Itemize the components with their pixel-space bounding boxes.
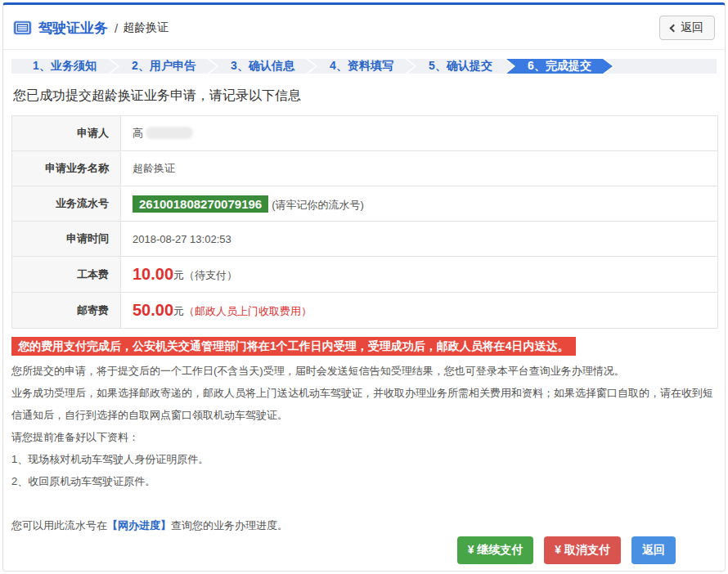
header-back-button[interactable]: 返回: [659, 16, 715, 40]
page-container: 驾驶证业务 / 超龄换证 返回 1、业务须知 2、用户申告 3、确认信息 4、资…: [2, 2, 726, 572]
production-fee-unit: 元: [173, 269, 184, 281]
table-row-postage-fee: 邮寄费 50.00元（邮政人员上门收取费用）: [12, 293, 718, 329]
notice-paragraph: 您所提交的申请，将于提交后的一个工作日(不含当天)受理，届时会发送短信告知受理结…: [11, 360, 717, 382]
applicant-value: 高: [133, 127, 143, 139]
license-business-icon: [13, 20, 32, 35]
success-message: 您已成功提交超龄换证业务申请，请记录以下信息: [13, 87, 715, 105]
table-row-apply-time: 申请时间 2018-08-27 13:02:53: [12, 222, 718, 257]
production-fee-cell: 10.00元（待支付）: [121, 257, 718, 293]
step-4-fill-materials: 4、资料填写: [308, 59, 415, 74]
progress-line-suffix: 查询您的业务办理进度。: [171, 519, 288, 531]
step-6-complete-submit: 6、完成提交: [506, 59, 613, 74]
cancel-payment-button[interactable]: ¥ 取消支付: [544, 536, 621, 564]
table-row-production-fee: 工本费 10.00元（待支付）: [12, 257, 718, 293]
table-row-serial: 业务流水号 261001808270079196(请牢记你的流水号): [12, 186, 718, 222]
applicant-value-cell: 高: [121, 116, 718, 151]
apply-time-label: 申请时间: [12, 222, 121, 257]
business-name-value: 超龄换证: [121, 151, 718, 186]
step-1-business-notice: 1、业务须知: [11, 59, 118, 74]
online-progress-link[interactable]: 【网办进度】: [107, 519, 171, 531]
postage-fee-unit: 元: [173, 305, 184, 317]
serial-label: 业务流水号: [12, 186, 121, 222]
applicant-label: 申请人: [12, 116, 121, 151]
production-fee-label: 工本费: [12, 257, 121, 293]
production-fee-amount: 10.00: [133, 265, 173, 283]
payment-warning-banner: 您的费用支付完成后，公安机关交通管理部门将在1个工作日内受理，受理成功后，邮政人…: [11, 337, 576, 356]
serial-number-badge: 261001808270079196: [133, 195, 268, 213]
breadcrumb-current: 超龄换证: [123, 20, 169, 35]
step-3-confirm-info: 3、确认信息: [209, 59, 316, 74]
table-row-business-name: 申请业务名称 超龄换证: [12, 151, 718, 186]
step-2-user-declaration: 2、用户申告: [110, 59, 217, 74]
step-bar-tail: [605, 59, 717, 74]
footer-back-button[interactable]: 返回: [631, 536, 676, 564]
table-row-applicant: 申请人 高: [12, 116, 718, 151]
continue-payment-button[interactable]: ¥ 继续支付: [457, 536, 534, 564]
business-name-label: 申请业务名称: [12, 151, 121, 186]
postage-fee-note: （邮政人员上门收取费用）: [184, 305, 312, 317]
step-5-confirm-submit: 5、确认提交: [407, 59, 514, 74]
application-info-table: 申请人 高 申请业务名称 超龄换证 业务流水号 2610018082700791…: [11, 115, 718, 329]
postage-fee-label: 邮寄费: [12, 293, 121, 329]
postage-fee-cell: 50.00元（邮政人员上门收取费用）: [121, 293, 718, 329]
footer-actions: ¥ 继续支付 ¥ 取消支付 返回: [3, 536, 725, 572]
header-back-label: 返回: [681, 20, 703, 35]
serial-note: (请牢记你的流水号): [272, 199, 364, 211]
production-fee-note: （待支付）: [184, 269, 237, 281]
chevron-left-icon: [670, 24, 678, 32]
notice-paragraph: 业务成功受理后，如果选择邮政寄递的，邮政人员将上门送达机动车驾驶证，并收取办理业…: [11, 382, 717, 426]
progress-query-line: 您可以用此流水号在【网办进度】查询您的业务办理进度。: [11, 514, 717, 536]
page-title: 驾驶证业务: [38, 19, 108, 38]
notice-text-block: 您所提交的申请，将于提交后的一个工作日(不含当天)受理，届时会发送短信告知受理结…: [11, 360, 717, 536]
breadcrumb-separator: /: [115, 21, 118, 35]
postage-fee-amount: 50.00: [133, 301, 173, 319]
notice-paragraph: 2、收回原机动车驾驶证原件。: [11, 470, 717, 492]
header: 驾驶证业务 / 超龄换证 返回: [3, 5, 725, 50]
apply-time-value: 2018-08-27 13:02:53: [121, 222, 718, 257]
progress-line-prefix: 您可以用此流水号在: [11, 519, 107, 531]
serial-value-cell: 261001808270079196(请牢记你的流水号): [121, 186, 718, 222]
redacted-name-blur: [146, 127, 193, 139]
notice-paragraph: 1、现场核对机动车驾驶人身份证明原件。: [11, 448, 717, 470]
step-wizard: 1、业务须知 2、用户申告 3、确认信息 4、资料填写 5、确认提交 6、完成提…: [11, 59, 717, 74]
notice-paragraph: 请您提前准备好以下资料：: [11, 426, 717, 448]
